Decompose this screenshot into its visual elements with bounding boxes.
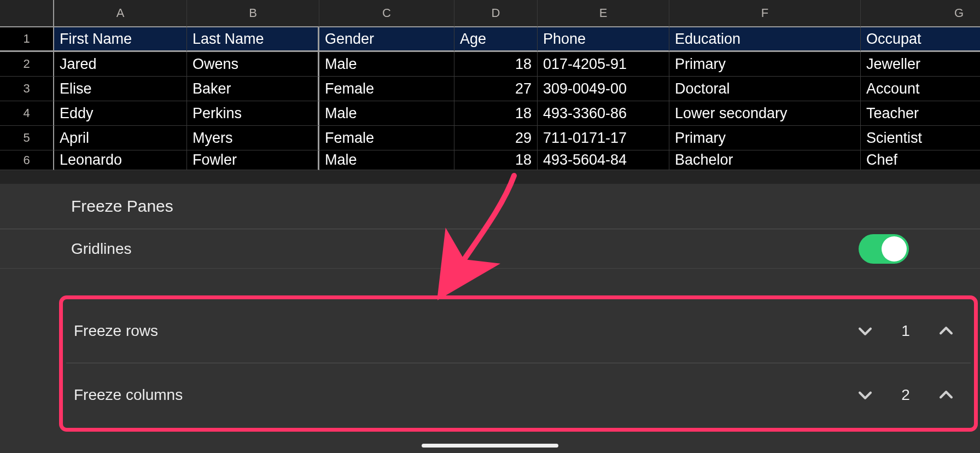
cell[interactable]: Primary	[669, 126, 861, 150]
gridlines-label: Gridlines	[71, 240, 131, 258]
cell[interactable]: Male	[319, 52, 454, 77]
col-header-E[interactable]: E	[538, 0, 669, 27]
table-row: 5 April Myers Female 29 711-0171-17 Prim…	[0, 126, 980, 150]
cell[interactable]: Gender	[319, 27, 454, 52]
corner-cell[interactable]	[0, 0, 54, 27]
cell[interactable]: Female	[319, 77, 454, 101]
col-header-F[interactable]: F	[669, 0, 861, 27]
table-row: 4 Eddy Perkins Male 18 493-3360-86 Lower…	[0, 101, 980, 126]
cell[interactable]: Scientist	[861, 126, 980, 150]
cell[interactable]: Elise	[54, 77, 187, 101]
cell[interactable]: 18	[454, 101, 538, 126]
cell[interactable]: 017-4205-91	[538, 52, 669, 77]
freeze-rows-row: Freeze rows 1	[60, 299, 977, 363]
cell[interactable]: Owens	[187, 52, 319, 77]
cell[interactable]: Account	[861, 77, 980, 101]
cell[interactable]: Lower secondary	[669, 101, 861, 126]
chevron-up-icon[interactable]	[937, 386, 955, 404]
cell[interactable]: Eddy	[54, 101, 187, 126]
spreadsheet[interactable]: A B C D E F G 1 First Name Last Name Gen…	[0, 0, 980, 186]
table-row: 1 First Name Last Name Gender Age Phone …	[0, 27, 980, 52]
row-header-5[interactable]: 5	[0, 126, 54, 150]
table-row: 3 Elise Baker Female 27 309-0049-00 Doct…	[0, 77, 980, 101]
cell[interactable]: Fowler	[187, 150, 319, 170]
cell[interactable]: Leonardo	[54, 150, 187, 170]
cell[interactable]: Baker	[187, 77, 319, 101]
cell[interactable]: April	[54, 126, 187, 150]
cell[interactable]: Jared	[54, 52, 187, 77]
freeze-columns-stepper: 2	[856, 386, 955, 404]
home-indicator	[422, 444, 558, 448]
cell[interactable]: Age	[454, 27, 538, 52]
cell[interactable]: Primary	[669, 52, 861, 77]
cell[interactable]: Doctoral	[669, 77, 861, 101]
freeze-columns-value: 2	[900, 386, 912, 404]
freeze-panes-panel: Freeze Panes Gridlines Freeze rows 1	[0, 184, 980, 453]
cell[interactable]: First Name	[54, 27, 187, 52]
col-header-G[interactable]: G	[861, 0, 980, 27]
cell[interactable]: Bachelor	[669, 150, 861, 170]
freeze-rows-value: 1	[900, 322, 912, 340]
gridlines-toggle[interactable]	[859, 234, 909, 264]
col-header-B[interactable]: B	[187, 0, 319, 27]
cell[interactable]: Male	[319, 150, 454, 170]
cell[interactable]: Education	[669, 27, 861, 52]
cell[interactable]: 493-5604-84	[538, 150, 669, 170]
freeze-rows-stepper: 1	[856, 322, 955, 340]
cell[interactable]: Last Name	[187, 27, 319, 52]
chevron-down-icon[interactable]	[856, 386, 874, 404]
gridlines-row: Gridlines	[0, 229, 980, 269]
col-header-A[interactable]: A	[54, 0, 187, 27]
cell[interactable]: 29	[454, 126, 538, 150]
row-header-6[interactable]: 6	[0, 150, 54, 170]
panel-title: Freeze Panes	[0, 184, 980, 229]
cell[interactable]: 493-3360-86	[538, 101, 669, 126]
row-header-4[interactable]: 4	[0, 101, 54, 126]
cell[interactable]: Myers	[187, 126, 319, 150]
cell[interactable]: 18	[454, 52, 538, 77]
freeze-columns-label: Freeze columns	[74, 386, 183, 404]
cell[interactable]: 711-0171-17	[538, 126, 669, 150]
col-header-D[interactable]: D	[454, 0, 538, 27]
cell[interactable]: Female	[319, 126, 454, 150]
cell[interactable]: Male	[319, 101, 454, 126]
column-headers: A B C D E F G	[0, 0, 980, 27]
cell[interactable]: 309-0049-00	[538, 77, 669, 101]
chevron-down-icon[interactable]	[856, 322, 874, 340]
cell[interactable]: Occupat	[861, 27, 980, 52]
row-header-3[interactable]: 3	[0, 77, 54, 101]
freeze-columns-row: Freeze columns 2	[66, 363, 971, 427]
cell[interactable]: 27	[454, 77, 538, 101]
row-header-2[interactable]: 2	[0, 52, 54, 77]
cell[interactable]: Phone	[538, 27, 669, 52]
cell[interactable]: Perkins	[187, 101, 319, 126]
cell[interactable]: Teacher	[861, 101, 980, 126]
cell[interactable]: Chef	[861, 150, 980, 170]
row-header-1[interactable]: 1	[0, 27, 54, 52]
table-row: 2 Jared Owens Male 18 017-4205-91 Primar…	[0, 52, 980, 77]
col-header-C[interactable]: C	[319, 0, 454, 27]
freeze-rows-label: Freeze rows	[74, 322, 158, 340]
chevron-up-icon[interactable]	[937, 322, 955, 340]
cell[interactable]: Jeweller	[861, 52, 980, 77]
table-row: 6 Leonardo Fowler Male 18 493-5604-84 Ba…	[0, 150, 980, 175]
cell[interactable]: 18	[454, 150, 538, 170]
